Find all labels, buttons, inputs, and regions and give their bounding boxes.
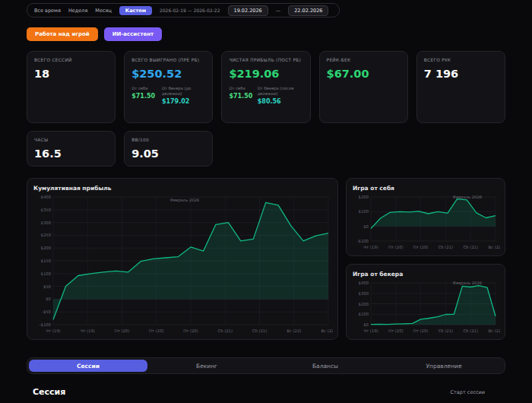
svg-text:-$100: -$100: [40, 322, 52, 327]
stat-value: 18: [34, 68, 108, 80]
tab-balances[interactable]: Балансы: [266, 360, 385, 372]
backer-play-chart: Игра от бекера Февраль 2026 $400$300$200…: [346, 264, 505, 340]
stat-sub-value: $80.56: [258, 98, 303, 105]
session-section-title: Сессия: [27, 387, 65, 397]
tab-backing[interactable]: Бекинг: [147, 360, 266, 372]
tab-management[interactable]: Управление: [385, 360, 503, 372]
stat-label: РЕЙК-БЕК: [327, 58, 401, 64]
date-from-input[interactable]: 19.02.2026: [228, 5, 268, 16]
svg-text:$100: $100: [41, 271, 52, 276]
stat-sub-value: $71.50: [131, 93, 152, 100]
svg-text:$200: $200: [41, 246, 52, 250]
poker-dashboard: Все время Неделя Месяц Кастом 2026-02-19…: [0, 0, 532, 403]
stat-sub-label: От себя: [131, 86, 152, 91]
stat-sub-backer: От бекера (после дележки) $80.56: [258, 86, 303, 105]
chart-month-label: Февраль 2026: [170, 198, 199, 202]
chart-title: Игра от себя: [353, 185, 499, 192]
stat-sub-row: От себя $71.50 От бекера (до дележки) $1…: [131, 86, 205, 105]
filter-toolbar: Все время Неделя Месяц Кастом 2026-02-19…: [27, 3, 340, 17]
svg-text:Чт (19): Чт (19): [363, 328, 378, 333]
svg-text:$200: $200: [359, 302, 369, 306]
svg-text:Пт (20): Пт (20): [413, 245, 429, 249]
stat-value: 9.05: [131, 148, 205, 160]
svg-text:Пт (20): Пт (20): [183, 328, 198, 333]
svg-text:$350: $350: [41, 208, 52, 212]
svg-text:Вс (22): Вс (22): [488, 245, 500, 249]
svg-text:Сб (21): Сб (21): [439, 245, 454, 249]
svg-text:Сб (21): Сб (21): [463, 245, 478, 249]
stat-sub-row: От себя $71.50 От бекера (после дележки)…: [229, 86, 302, 105]
stat-label: ВСЕГО РУК: [424, 58, 498, 64]
self-play-chart: Игра от себя Февраль 2026 $200$100$0-$10…: [346, 178, 505, 256]
stat-sub-self: От себя $71.50: [131, 86, 152, 105]
stat-label: ВСЕГО ВЫИГРАНО (ПРЕ РБ): [131, 58, 205, 64]
svg-text:$300: $300: [359, 291, 369, 296]
filter-week[interactable]: Неделя: [68, 8, 87, 14]
svg-text:-$100: -$100: [357, 239, 369, 243]
stat-value: 7 196: [424, 68, 498, 80]
stat-sub-self: От себя $71.50: [229, 86, 247, 105]
stats-row-1: ВСЕГО СЕССИЙ 18 ВСЕГО ВЫИГРАНО (ПРЕ РБ) …: [27, 51, 505, 123]
svg-text:Пт (20): Пт (20): [388, 328, 404, 333]
start-session-label[interactable]: Старт сессии: [451, 389, 505, 395]
stat-label: ЧИСТАЯ ПРИБЫЛЬ (ПОСТ РБ): [229, 58, 302, 64]
chart-month-label: Февраль 2026: [453, 195, 482, 199]
svg-text:Вс (22): Вс (22): [321, 328, 333, 333]
svg-text:$100: $100: [359, 312, 369, 316]
date-range-text: 2026-02-19 — 2026-02-22: [160, 8, 220, 13]
svg-text:$0: $0: [363, 224, 369, 229]
svg-text:$0: $0: [363, 322, 369, 327]
stat-sub-label: От бекера (после дележки): [258, 86, 303, 97]
date-to-input[interactable]: 22.02.2026: [288, 5, 328, 16]
date-separator: —: [276, 8, 281, 14]
cumulative-profit-plot: $400$350$300$250$200$150$100$50$0-$50-$1…: [33, 194, 333, 334]
svg-text:Вс (22): Вс (22): [287, 328, 301, 333]
ai-assistant-button[interactable]: ИИ-ассистент: [104, 27, 162, 41]
stat-card-total-sessions: ВСЕГО СЕССИЙ 18: [27, 51, 116, 123]
svg-text:Чт (19): Чт (19): [81, 328, 95, 333]
svg-text:$100: $100: [359, 209, 369, 214]
svg-text:$250: $250: [41, 233, 52, 237]
stat-value: $250.52: [131, 68, 205, 80]
stat-card-rakeback: РЕЙК-БЕК $67.00: [319, 51, 408, 123]
chart-title: Кумулятивная прибыль: [33, 185, 331, 192]
svg-text:$200: $200: [359, 195, 369, 199]
stat-label: ЧАСЫ: [34, 138, 108, 144]
work-on-game-button[interactable]: Работа над игрой: [27, 27, 98, 41]
stat-card-total-hands: ВСЕГО РУК 7 196: [416, 51, 505, 123]
session-section-header: Сессия Старт сессии: [27, 387, 505, 397]
stat-value: $67.00: [327, 68, 401, 80]
svg-text:Сб (21): Сб (21): [463, 328, 478, 333]
filter-month[interactable]: Месяц: [95, 8, 112, 14]
stats-row-2: ЧАСЫ 16.5 BB/100 9.05: [27, 131, 505, 167]
svg-text:Пт (20): Пт (20): [388, 245, 404, 249]
svg-text:Вс (22): Вс (22): [488, 328, 500, 333]
svg-text:Пт (20): Пт (20): [413, 328, 429, 333]
backer-play-plot: $400$300$200$100$0Чт (19)Пт (20)Пт (20)С…: [353, 280, 500, 334]
svg-text:Пт (20): Пт (20): [115, 328, 130, 333]
svg-text:$50: $50: [43, 284, 52, 289]
filter-all-time[interactable]: Все время: [34, 8, 61, 14]
stat-label: BB/100: [131, 138, 205, 144]
svg-text:$300: $300: [41, 221, 52, 225]
stat-card-net-profit-post-rb: ЧИСТАЯ ПРИБЫЛЬ (ПОСТ РБ) $219.06 От себя…: [221, 51, 310, 123]
svg-text:-$50: -$50: [42, 309, 52, 314]
action-row: Работа над игрой ИИ-ассистент: [27, 27, 505, 41]
stat-sub-value: $71.50: [229, 93, 247, 100]
filter-custom[interactable]: Кастом: [119, 6, 152, 15]
stat-sub-backer: От бекера (до дележки) $179.02: [162, 86, 206, 105]
stat-label: ВСЕГО СЕССИЙ: [34, 58, 108, 64]
chart-month-label: Февраль 2026: [453, 281, 482, 285]
stat-sub-label: От себя: [229, 86, 247, 91]
stat-value: $219.06: [229, 68, 302, 80]
tab-sessions[interactable]: Сессии: [29, 360, 147, 372]
stat-card-hours: ЧАСЫ 16.5: [27, 131, 116, 167]
side-charts-column: Игра от себя Февраль 2026 $200$100$0-$10…: [346, 178, 505, 340]
svg-text:Сб (21): Сб (21): [252, 328, 268, 333]
charts-section: Кумулятивная прибыль Февраль 2026 $400$3…: [27, 178, 505, 340]
chart-title: Игра от бекера: [353, 271, 499, 278]
self-play-plot: $200$100$0-$100Чт (19)Пт (20)Пт (20)Сб (…: [353, 194, 500, 250]
svg-text:Чт (19): Чт (19): [363, 245, 378, 249]
stat-card-total-won-pre-rb: ВСЕГО ВЫИГРАНО (ПРЕ РБ) $250.52 От себя …: [124, 51, 213, 123]
stat-sub-value: $179.02: [162, 98, 206, 105]
